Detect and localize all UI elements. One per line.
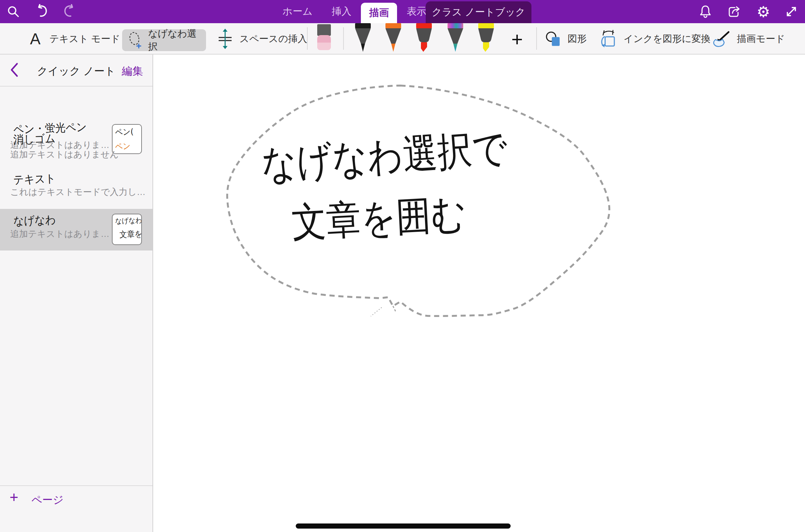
settings-gear-icon[interactable]: ⚙: [755, 0, 772, 23]
shapes-button[interactable]: 図形: [545, 29, 587, 48]
search-icon[interactable]: [5, 0, 21, 23]
insert-space-label: スペースの挿入: [239, 32, 307, 45]
page-subtitle: これはテキストモードで入力し…: [10, 186, 146, 198]
eraser-tool[interactable]: [316, 24, 332, 52]
shapes-label: 図形: [568, 32, 587, 45]
add-page-label: ページ: [31, 493, 63, 507]
page-title: テキスト: [13, 171, 56, 188]
pen-galaxy[interactable]: [445, 23, 465, 54]
page-item-eraser[interactable]: 消しゴム 追加テキストはありません: [0, 130, 152, 169]
top-app-bar: ホーム 挿入 描画 表示 クラス ノートブック ⚙: [0, 0, 805, 23]
lasso-select-button[interactable]: なげなわ選択: [122, 29, 206, 51]
fullscreen-expand-icon[interactable]: [783, 0, 800, 23]
page-title: 消しゴム: [13, 131, 56, 148]
edit-button[interactable]: 編集: [122, 64, 143, 78]
draw-mode-label: 描画モード: [737, 32, 785, 45]
plus-icon: +: [10, 489, 18, 506]
highlighter-yellow[interactable]: [476, 23, 496, 54]
home-indicator-bar[interactable]: [296, 523, 511, 529]
ink-to-shape-label: インクを図形に変換: [624, 32, 711, 45]
redo-icon[interactable]: [61, 0, 78, 23]
insert-space-icon: [217, 28, 233, 50]
text-mode-a-icon: A: [30, 30, 41, 48]
insert-space-button[interactable]: スペースの挿入: [217, 28, 307, 50]
page-item-lasso[interactable]: なげなわ 追加テキストはありま… なげなわ 文章を: [0, 209, 152, 250]
tab-insert[interactable]: 挿入: [322, 0, 361, 23]
page-title: なげなわ: [13, 212, 56, 229]
draw-mode-hand-pen-icon: [711, 30, 731, 48]
highlighter-red[interactable]: [414, 23, 434, 54]
pen-black[interactable]: [353, 23, 373, 54]
page-item-pen-highlighter[interactable]: ペン・蛍光ペン 追加テキストはありま… ペン( ペン: [0, 87, 152, 129]
onenote-app-window: ホーム 挿入 描画 表示 クラス ノートブック ⚙ A テキスト モード: [0, 0, 805, 532]
page-thumbnail: なげなわ 文章を: [112, 214, 142, 245]
shapes-icon: [545, 30, 562, 47]
note-canvas[interactable]: なげなわ選択で 文章を囲む: [154, 55, 805, 532]
draw-mode-button[interactable]: 描画モード: [711, 29, 785, 48]
page-item-text[interactable]: テキスト これはテキストモードで入力し…: [0, 170, 152, 209]
add-page-button[interactable]: + ページ: [0, 486, 152, 513]
add-pen-button[interactable]: +: [508, 27, 527, 51]
tab-class-notebook[interactable]: クラス ノートブック: [426, 1, 531, 23]
ribbon-divider: [307, 27, 308, 50]
lasso-icon: [128, 31, 143, 50]
ribbon-divider: [536, 27, 537, 50]
notifications-bell-icon[interactable]: [697, 0, 714, 23]
page-list-sidebar: クイック ノート 編集 ペン・蛍光ペン 追加テキストはありま… ペン( ペン 消…: [0, 55, 153, 532]
ribbon-divider: [343, 27, 344, 50]
undo-icon[interactable]: [33, 0, 50, 23]
ink-to-shape-icon: [599, 29, 617, 49]
handwriting-line-2[interactable]: 文章を囲む: [290, 187, 468, 250]
ribbon-tabs: ホーム 挿入 描画 表示: [273, 0, 436, 23]
draw-ribbon: A テキスト モード なげなわ選択 スペースの挿入: [0, 23, 805, 55]
text-mode-button[interactable]: A テキスト モード: [30, 28, 120, 50]
page-subtitle: 追加テキストはありま…: [10, 228, 109, 240]
tab-home[interactable]: ホーム: [273, 0, 322, 23]
page-subtitle: 追加テキストはありません: [10, 149, 119, 161]
share-icon[interactable]: [726, 0, 742, 23]
pen-orange[interactable]: [383, 23, 403, 54]
text-mode-label: テキスト モード: [49, 32, 120, 45]
ink-to-shape-button[interactable]: インクを図形に変換: [599, 28, 711, 50]
tab-draw[interactable]: 描画: [361, 3, 397, 23]
lasso-select-label: なげなわ選択: [148, 27, 206, 53]
sidebar-header: クイック ノート 編集: [0, 55, 152, 87]
